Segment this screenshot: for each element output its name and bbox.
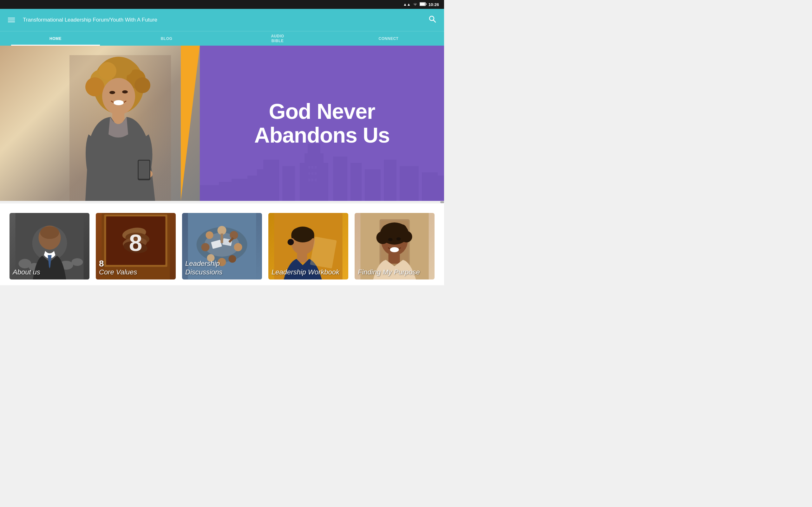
hero-text: God Never Abandons Us <box>241 93 402 153</box>
svg-point-94 <box>382 225 393 236</box>
svg-rect-30 <box>351 163 362 201</box>
svg-point-14 <box>109 91 115 94</box>
svg-rect-34 <box>422 172 438 201</box>
svg-point-12 <box>135 77 150 93</box>
nav-connect-label: CONNECT <box>379 37 399 41</box>
nav-bible-label: BIBLE <box>271 39 284 43</box>
svg-rect-44 <box>315 172 316 175</box>
status-bar: ▲▲ 10:26 <box>0 0 444 9</box>
hero-title: God Never Abandons Us <box>254 100 390 147</box>
battery-icon <box>420 2 426 7</box>
svg-rect-40 <box>311 166 313 169</box>
svg-point-16 <box>113 100 124 105</box>
svg-point-15 <box>122 90 128 94</box>
hero-left-panel <box>0 46 200 201</box>
card-about-us[interactable]: About us <box>9 213 90 279</box>
svg-rect-2 <box>420 3 425 5</box>
cards-section: About us 8 8 Core Values <box>0 204 444 285</box>
svg-text:8: 8 <box>129 229 142 256</box>
nav-home[interactable]: HOME <box>0 32 111 46</box>
svg-point-70 <box>230 231 238 239</box>
nav-home-label: HOME <box>49 37 61 41</box>
hero-image <box>69 55 171 201</box>
card-about-label: About us <box>13 268 86 276</box>
svg-point-69 <box>217 226 226 235</box>
svg-rect-23 <box>300 163 328 201</box>
svg-rect-45 <box>308 179 310 181</box>
card-purpose-label: Finding My Purpose <box>358 268 432 276</box>
svg-point-76 <box>206 231 213 239</box>
svg-rect-41 <box>315 166 316 169</box>
nav-blog-label: BLOG <box>161 37 172 41</box>
svg-point-53 <box>72 258 83 266</box>
hero-title-line1: God Never <box>254 100 390 123</box>
svg-point-71 <box>234 243 242 251</box>
svg-rect-47 <box>315 179 316 181</box>
nav-bar: HOME BLOG AUDIO BIBLE CONNECT <box>0 31 444 46</box>
svg-point-10 <box>117 60 133 76</box>
card-leadership-discussions[interactable]: Leadership Discussions <box>182 213 262 279</box>
search-button[interactable] <box>427 14 438 26</box>
scroll-thumb[interactable] <box>440 201 444 203</box>
svg-point-96 <box>388 238 393 241</box>
svg-rect-20 <box>139 161 149 179</box>
svg-point-11 <box>85 77 104 96</box>
card-finding-my-purpose[interactable]: Finding My Purpose <box>355 213 435 279</box>
card-8-core-values[interactable]: 8 8 Core Values <box>96 213 176 279</box>
app-title: Transformational Leadership Forum/Youth … <box>23 17 420 23</box>
svg-rect-1 <box>426 3 426 5</box>
hero-right-panel: God Never Abandons Us <box>200 46 444 201</box>
svg-rect-29 <box>333 157 347 201</box>
svg-rect-37 <box>200 185 222 201</box>
card-discussions-label: Leadership Discussions <box>185 260 259 276</box>
svg-point-83 <box>288 239 294 245</box>
svg-point-98 <box>390 247 399 252</box>
svg-rect-99 <box>389 254 400 264</box>
card-leadership-workbook[interactable]: Leadership Workbook <box>268 213 348 279</box>
svg-rect-31 <box>365 169 380 201</box>
svg-rect-26 <box>282 166 295 201</box>
svg-point-13 <box>102 78 135 115</box>
svg-rect-33 <box>400 166 419 201</box>
hero-banner: God Never Abandons Us <box>0 46 444 201</box>
svg-point-75 <box>201 243 210 251</box>
svg-point-97 <box>397 237 401 240</box>
svg-rect-39 <box>308 166 310 169</box>
menu-button[interactable] <box>6 16 16 24</box>
nav-audio-bible[interactable]: AUDIO BIBLE <box>222 32 333 46</box>
nav-connect[interactable]: CONNECT <box>333 32 444 46</box>
hero-title-line2: Abandons Us <box>254 123 390 147</box>
card-workbook-label: Leadership Workbook <box>271 268 345 276</box>
svg-rect-46 <box>311 179 313 181</box>
card-values-num: 8 <box>99 259 172 268</box>
svg-point-9 <box>99 62 116 80</box>
signal-icon: ▲▲ <box>403 2 411 7</box>
nav-audio-label: AUDIO <box>271 34 284 38</box>
wifi-icon <box>413 2 418 7</box>
status-time: 10:26 <box>428 2 439 7</box>
svg-rect-43 <box>311 172 313 175</box>
svg-point-95 <box>397 224 407 234</box>
toolbar: Transformational Leadership Forum/Youth … <box>0 9 444 31</box>
scroll-bar <box>0 201 444 204</box>
svg-rect-42 <box>308 172 310 175</box>
svg-rect-35 <box>232 179 251 201</box>
svg-rect-32 <box>384 160 397 201</box>
svg-line-4 <box>434 20 436 22</box>
nav-blog[interactable]: BLOG <box>111 32 222 46</box>
card-values-sub: Core Values <box>99 268 172 276</box>
svg-rect-38 <box>438 176 444 201</box>
card-values-label: 8 Core Values <box>99 259 172 276</box>
svg-point-55 <box>40 226 59 239</box>
